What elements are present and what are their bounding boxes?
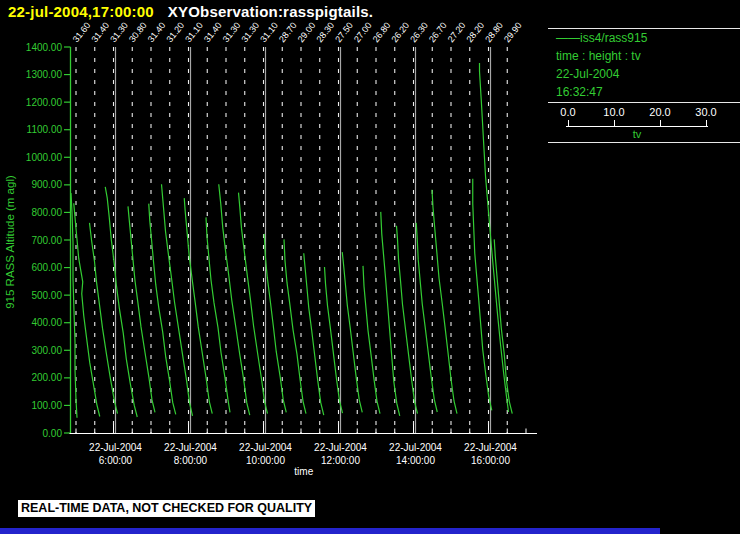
quality-warning-banner: REAL-TIME DATA, NOT CHECKED FOR QUALITY — [18, 500, 315, 517]
pigtail-curve — [304, 253, 324, 415]
x-axis-time-label: 12:00:00 — [321, 455, 360, 466]
pigtail-curve — [432, 190, 457, 414]
tv-top-label: 26.80 — [371, 20, 393, 44]
tv-top-label: 26.30 — [408, 20, 430, 44]
pigtail-curve — [342, 252, 362, 412]
legend-divider-mid — [548, 102, 740, 103]
pigtail-curve — [149, 204, 176, 415]
rass-pigtails-display: 22-jul-2004,17:00:00XYObservation:rasspi… — [0, 0, 740, 534]
tv-scale-label: tv — [633, 128, 642, 140]
y-axis-tick-label: 500.00 — [31, 290, 62, 301]
x-axis-date-label: 22-Jul-2004 — [164, 442, 217, 453]
y-axis-tick-label: 0.00 — [43, 428, 63, 439]
y-axis-tick-label: 400.00 — [31, 317, 62, 328]
x-axis-date-label: 22-Jul-2004 — [239, 442, 292, 453]
pigtails-chart: 31.6031.4031.3030.8031.4031.2031.1031.40… — [0, 0, 740, 534]
pigtail-curve — [284, 239, 306, 413]
tv-scale-tick-10: 10.0 — [603, 106, 624, 118]
pigtail-curve — [325, 267, 343, 413]
tv-top-label: 31.10 — [258, 20, 280, 44]
pigtail-curve — [162, 184, 193, 416]
y-axis-tick-label: 1100.00 — [27, 124, 63, 135]
legend-series-label: iss4/rass915 — [580, 31, 647, 45]
tv-top-label: 27.00 — [352, 20, 374, 44]
tv-top-label: 31.60 — [71, 20, 93, 44]
y-axis-tick-label: 1400.00 — [26, 42, 63, 53]
tv-top-label: 31.30 — [221, 20, 243, 44]
tv-scale-tick-0: 0.0 — [560, 106, 575, 118]
pigtail-curve — [264, 234, 286, 412]
y-axis-tick-label: 700.00 — [31, 235, 62, 246]
y-axis-tick-label: 300.00 — [31, 345, 62, 356]
x-axis-time-label: 16:00:00 — [471, 455, 510, 466]
tv-top-label: 31.40 — [146, 20, 168, 44]
y-axis-tick-label: 900.00 — [31, 179, 62, 190]
legend-relation: time : height : tv — [556, 49, 641, 63]
tv-top-label: 26.70 — [427, 20, 449, 44]
x-axis-date-label: 22-Jul-2004 — [464, 442, 517, 453]
bottom-blue-bar — [0, 528, 660, 534]
tv-top-label: 29.90 — [502, 20, 524, 44]
tv-top-label: 30.80 — [127, 20, 149, 44]
tv-top-label: 26.20 — [389, 20, 411, 44]
legend-divider-top — [548, 28, 740, 29]
x-axis-time-label: 8:00:00 — [174, 455, 208, 466]
legend-divider-bottom — [548, 142, 740, 143]
tv-top-label: 31.40 — [89, 20, 111, 44]
x-axis-time-label: 6:00:00 — [99, 455, 133, 466]
legend-date: 22-Jul-2004 — [556, 67, 619, 81]
tv-top-label: 29.00 — [296, 20, 318, 44]
tv-top-label: 27.50 — [333, 20, 355, 44]
x-axis-date-label: 22-Jul-2004 — [89, 442, 142, 453]
legend-line-sample: —— — [556, 31, 580, 45]
y-axis-tick-label: 200.00 — [31, 372, 62, 383]
x-axis-date-label: 22-Jul-2004 — [389, 442, 442, 453]
x-axis-time-label: 14:00:00 — [396, 455, 435, 466]
tv-top-label: 31.40 — [202, 20, 224, 44]
y-axis-tick-label: 800.00 — [31, 207, 62, 218]
y-axis-tick-label: 600.00 — [31, 262, 62, 273]
tv-top-label: 28.70 — [277, 20, 299, 44]
y-axis-tick-label: 1300.00 — [26, 69, 63, 80]
tv-top-label: 28.20 — [464, 20, 486, 44]
tv-scale-axis — [566, 126, 708, 127]
x-axis-time-label: 10:00:00 — [246, 455, 285, 466]
tv-top-label: 28.80 — [483, 20, 505, 44]
tv-top-label: 31.10 — [183, 20, 205, 44]
y-axis-tick-label: 1000.00 — [26, 152, 63, 163]
tv-top-label: 31.20 — [164, 20, 186, 44]
pigtail-curve — [184, 198, 212, 414]
x-axis-title: time — [294, 466, 313, 477]
tv-top-label: 27.20 — [446, 20, 468, 44]
y-axis-tick-label: 1200.00 — [26, 97, 63, 108]
y-axis-title: 915 RASS Altitude (m agl) — [4, 175, 16, 309]
pigtail-curve — [397, 226, 418, 414]
pigtail-curve — [381, 212, 400, 416]
y-axis-tick-label: 100.00 — [31, 400, 62, 411]
pigtail-curve — [74, 203, 100, 416]
tv-scale-tick-30: 30.0 — [695, 106, 716, 118]
x-axis-date-label: 22-Jul-2004 — [314, 442, 367, 453]
tv-top-label: 31.30 — [239, 20, 261, 44]
tv-top-label: 31.30 — [108, 20, 130, 44]
pigtail-curve — [494, 239, 512, 413]
tv-top-label: 28.30 — [314, 20, 336, 44]
tv-scale-tick-20: 20.0 — [649, 106, 670, 118]
legend-time: 16:32:47 — [556, 85, 603, 99]
legend-series: ——iss4/rass915 — [556, 31, 647, 45]
pigtail-curve — [363, 266, 380, 414]
pigtail-curve — [416, 223, 437, 412]
